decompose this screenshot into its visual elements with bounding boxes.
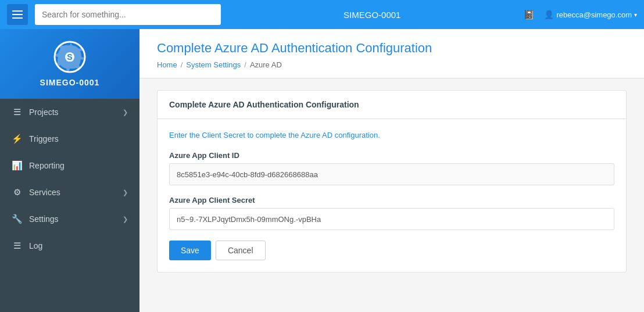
menu-toggle-button[interactable] [7, 4, 28, 25]
client-id-label: Azure App Client ID [169, 151, 614, 160]
breadcrumb-home[interactable]: Home [157, 60, 177, 69]
sidebar-item-reporting[interactable]: 📊 Reporting [0, 152, 139, 179]
logo-icon: S S [53, 41, 86, 73]
client-id-group: Azure App Client ID [169, 151, 614, 185]
client-secret-group: Azure App Client Secret [169, 196, 614, 230]
sidebar-item-label: Settings [29, 214, 59, 224]
sidebar-logo-title: SIMEGO-0001 [40, 78, 100, 87]
breadcrumb-system-settings[interactable]: System Settings [186, 60, 241, 69]
cancel-button[interactable]: Cancel [216, 241, 266, 260]
save-button[interactable]: Save [169, 241, 211, 260]
services-icon: ⚙ [12, 187, 22, 198]
info-text: Enter the Client Secret to complete the … [169, 131, 614, 139]
breadcrumb-separator: / [181, 60, 183, 69]
main-layout: S S SIMEGO-0001 ☰ Projects ❯ ⚡ Triggers [0, 29, 644, 312]
sidebar-item-label: Projects [29, 107, 59, 117]
sidebar: S S SIMEGO-0001 ☰ Projects ❯ ⚡ Triggers [0, 29, 139, 312]
notebook-icon[interactable]: 📓 [523, 9, 535, 20]
chevron-right-icon: ❯ [123, 189, 128, 196]
sidebar-item-label: Log [29, 241, 42, 250]
log-icon: ☰ [12, 241, 22, 251]
form-actions: Save Cancel [169, 241, 614, 260]
svg-text:S: S [67, 52, 72, 62]
sidebar-item-log[interactable]: ☰ Log [0, 232, 139, 259]
page-title: Complete Azure AD Authentication Configu… [157, 41, 627, 56]
breadcrumb-separator: / [244, 60, 246, 69]
navbar-right: 📓 👤 rebecca@simego.com ▾ [523, 9, 637, 20]
user-menu-caret-icon: ▾ [634, 12, 637, 18]
breadcrumb: Home / System Settings / Azure AD [157, 60, 627, 69]
client-secret-label: Azure App Client Secret [169, 196, 614, 205]
user-email: rebecca@simego.com [556, 10, 632, 19]
sidebar-item-label: Reporting [29, 161, 65, 170]
content-header: Complete Azure AD Authentication Configu… [139, 29, 644, 78]
card-body: Enter the Client Secret to complete the … [158, 119, 626, 272]
sidebar-item-services[interactable]: ⚙ Services ❯ [0, 179, 139, 206]
hamburger-icon [12, 10, 23, 19]
sidebar-item-settings[interactable]: 🔧 Settings ❯ [0, 206, 139, 232]
sidebar-nav: ☰ Projects ❯ ⚡ Triggers 📊 Reporting [0, 99, 139, 312]
sidebar-item-label: Triggers [29, 134, 59, 144]
search-input[interactable] [35, 4, 221, 25]
sidebar-item-triggers[interactable]: ⚡ Triggers [0, 125, 139, 152]
card-title: Complete Azure AD Authentication Configu… [158, 91, 626, 119]
settings-icon: 🔧 [12, 214, 22, 224]
client-id-input[interactable] [169, 163, 614, 185]
reporting-icon: 📊 [12, 160, 22, 171]
chevron-right-icon: ❯ [123, 216, 128, 223]
breadcrumb-current: Azure AD [250, 60, 282, 69]
sidebar-item-projects[interactable]: ☰ Projects ❯ [0, 99, 139, 125]
content-body: Complete Azure AD Authentication Configu… [139, 78, 644, 284]
form-card: Complete Azure AD Authentication Configu… [157, 90, 627, 272]
chevron-right-icon: ❯ [123, 109, 128, 116]
projects-icon: ☰ [12, 107, 22, 117]
client-secret-input[interactable] [169, 208, 614, 230]
navbar: SIMEGO-0001 📓 👤 rebecca@simego.com ▾ [0, 0, 644, 29]
content-area: Complete Azure AD Authentication Configu… [139, 29, 644, 312]
sidebar-logo: S S SIMEGO-0001 [0, 29, 139, 99]
user-menu[interactable]: 👤 rebecca@simego.com ▾ [544, 10, 637, 19]
navbar-site-title: SIMEGO-0001 [228, 10, 516, 20]
sidebar-item-label: Services [29, 188, 60, 197]
user-icon: 👤 [544, 10, 554, 19]
triggers-icon: ⚡ [12, 134, 22, 144]
